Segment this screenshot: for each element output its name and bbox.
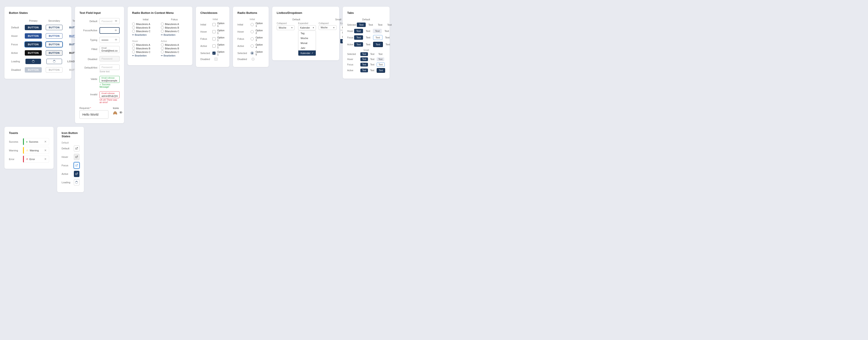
field-input-wrap-hint[interactable] xyxy=(99,64,120,70)
tab-active-2[interactable]: Text xyxy=(373,42,383,47)
dropdown-item-monat[interactable]: Monat xyxy=(298,41,316,45)
eye-icon-default[interactable]: 👁 xyxy=(115,20,118,23)
cb-state-selected: Selected xyxy=(200,52,211,55)
eye-open-icon[interactable]: 👁 xyxy=(119,111,123,115)
bearbeiten-link-fokus[interactable]: ✏ Bearbeiten xyxy=(161,33,188,36)
field-label-focus: Focus/Active xyxy=(80,27,97,32)
field-input-wrap-default[interactable]: 👁 xyxy=(99,18,120,24)
ib-btn-active[interactable] xyxy=(74,171,80,177)
tab-active-0[interactable]: Text xyxy=(354,42,363,47)
tab-small-selected-2[interactable]: Text xyxy=(377,52,384,56)
cb-box-selected[interactable]: ✓ xyxy=(212,52,216,55)
text-field-card: Text Field Input Default 👁 Focus/Active … xyxy=(75,7,124,123)
hello-world-input[interactable] xyxy=(80,110,108,119)
tab-focus-2[interactable]: Text xyxy=(373,35,382,40)
cb-box-hover[interactable] xyxy=(212,30,216,33)
tab-active-3[interactable]: Text xyxy=(383,42,392,47)
field-input-hint[interactable] xyxy=(101,66,118,68)
bearbeiten-link-hover[interactable]: ✏ Bearbeiten xyxy=(132,54,159,57)
btn-primary-default[interactable]: BUTTON xyxy=(25,25,42,30)
dropdown-trigger-small-collapsed[interactable]: Woche ▾ xyxy=(319,25,337,30)
tab-hover-1[interactable]: Text xyxy=(364,29,372,33)
btn-secondary-loading[interactable] xyxy=(46,59,62,64)
chevron-down-icon: ▾ xyxy=(291,27,292,29)
tab-selected-0[interactable]: Text xyxy=(357,23,366,27)
tab-small-active-1[interactable]: Text xyxy=(368,68,376,72)
rb-circle-hover[interactable] xyxy=(251,30,254,33)
bearbeiten-link-initial[interactable]: ✏ Bearbeiten xyxy=(132,33,159,36)
tab-selected-3[interactable]: Text xyxy=(385,23,394,27)
field-input-wrap-invalid[interactable]: Email-Adresse xyxy=(99,91,120,98)
rb-state-selected: Selected xyxy=(238,52,249,55)
tab-selected-1[interactable]: Text xyxy=(366,23,375,27)
dropdown-trigger-default-collapsed[interactable]: Woche ▾ xyxy=(277,25,294,30)
btn-primary-active[interactable]: BUTTON xyxy=(25,50,42,56)
btn-primary-loading[interactable] xyxy=(25,59,41,64)
ib-btn-default[interactable] xyxy=(74,145,80,152)
dropdown-item-jahr[interactable]: Jahr xyxy=(298,45,316,51)
btn-primary-focus[interactable]: BUTTON xyxy=(25,42,42,47)
field-input-valid[interactable] xyxy=(101,79,118,82)
tab-focus-1[interactable]: Text xyxy=(364,35,372,40)
toast-close-success[interactable]: ✕ xyxy=(44,140,46,143)
tab-small-hover-1[interactable]: Text xyxy=(368,57,376,61)
field-input-filled[interactable] xyxy=(101,49,118,52)
ib-btn-focus[interactable] xyxy=(74,162,80,168)
tab-small-selected-1[interactable]: Text xyxy=(368,52,376,56)
tab-small-focus-0[interactable]: Text xyxy=(360,63,368,66)
field-input-wrap-focus[interactable]: 👁 xyxy=(99,27,120,34)
field-input-wrap-typing[interactable]: 👁 xyxy=(99,37,120,43)
field-input-typing[interactable] xyxy=(101,39,115,41)
rb-circle-fokus[interactable] xyxy=(251,37,254,40)
field-input-invalid[interactable] xyxy=(101,95,118,97)
toast-close-warning[interactable]: ✕ xyxy=(44,149,46,152)
field-input-wrap-valid[interactable]: Email-Adresse xyxy=(99,76,120,83)
tab-focus-3[interactable]: Text xyxy=(383,35,392,40)
cb-box-active[interactable] xyxy=(212,44,216,48)
eye-slash-icon[interactable]: 🙈 xyxy=(113,111,117,115)
field-input-focus[interactable] xyxy=(102,29,115,32)
btn-secondary-default[interactable]: BUTTON xyxy=(46,25,62,30)
ib-btn-hover[interactable] xyxy=(74,154,80,160)
rb-circle-active[interactable] xyxy=(251,44,254,48)
field-wrapper-valid: Email-Adresse ✓ Success Message! xyxy=(99,76,120,88)
field-input-wrap-filled[interactable]: Email xyxy=(99,46,120,53)
rb-circle-selected[interactable] xyxy=(251,52,254,55)
radio-label-ic: Bilanzkreis C xyxy=(136,30,150,33)
tab-small-hover-0[interactable]: Text xyxy=(360,57,368,61)
dropdown-item-tag[interactable]: Tag xyxy=(298,31,316,36)
tab-small-active-2[interactable]: Text xyxy=(377,68,385,73)
tab-focus-0[interactable]: Text xyxy=(354,35,363,40)
tab-small-focus-1[interactable]: Text xyxy=(368,63,376,66)
tab-hover-2[interactable]: Text xyxy=(373,29,382,33)
btn-secondary-active[interactable]: BUTTON xyxy=(46,50,62,56)
btn-primary-hover[interactable]: BUTTON xyxy=(25,33,42,39)
cb-box-initial[interactable] xyxy=(212,23,216,26)
field-input-default[interactable] xyxy=(101,20,115,23)
tab-small-selected-0[interactable]: Text xyxy=(360,52,368,56)
btn-secondary-focus[interactable]: BUTTON xyxy=(46,42,62,47)
tab-hover-0[interactable]: Text xyxy=(354,29,363,33)
toast-close-error[interactable]: ✕ xyxy=(44,157,46,161)
eye-icon-typing[interactable]: 👁 xyxy=(115,38,118,41)
tab-selected-2[interactable]: Text xyxy=(376,23,384,27)
tab-active-1[interactable]: Text xyxy=(364,42,372,47)
dropdown-item-woche[interactable]: Woche xyxy=(298,36,316,41)
ib-state-default: Default xyxy=(62,147,72,150)
ib-state-loading: Loading xyxy=(62,181,72,184)
bearbeiten-link-active[interactable]: ✏ Bearbeiten xyxy=(161,54,188,57)
dropdown-trigger-default-expanded[interactable]: Kalender ▾ xyxy=(298,25,316,30)
rb-circle-initial[interactable] xyxy=(251,23,254,26)
checkboxes-card: Checkboxes Initial Initial Option 1 Hove… xyxy=(196,7,229,67)
tabs-small-row-focus: Text Text Text xyxy=(360,63,385,67)
eye-icon-focus[interactable]: 👁 xyxy=(115,29,117,32)
cb-box-fokus[interactable] xyxy=(212,37,216,40)
tab-hover-3[interactable]: Text xyxy=(382,29,391,33)
ib-btn-loading[interactable] xyxy=(74,179,80,186)
btn-secondary-hover[interactable]: BUTTON xyxy=(46,33,62,39)
dropdown-item-kalender[interactable]: Kalender ✓ xyxy=(298,51,316,56)
tab-small-active-0[interactable]: Text xyxy=(360,68,368,72)
chevron-down-icon-small: ▾ xyxy=(333,27,335,29)
tab-small-hover-2[interactable]: Text xyxy=(377,57,384,61)
tab-small-focus-2[interactable]: Text xyxy=(377,63,385,67)
